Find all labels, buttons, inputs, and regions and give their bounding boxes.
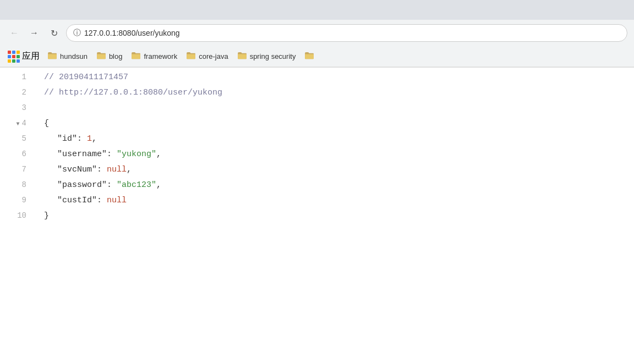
address-text: 127.0.0.1:8080/user/yukong [84,29,180,37]
bookmark-core-java[interactable]: core-java [182,49,232,63]
title-bar [0,0,634,20]
bookmark-blog-label: blog [109,52,123,60]
code-comment-2: // http://127.0.0.1:8080/user/yukong [44,86,222,100]
code-comma-5: , [92,132,97,146]
code-colon-5: : [77,132,87,146]
code-comment-1: // 20190411171457 [44,70,128,85]
code-colon-6: : [107,147,117,162]
code-empty-3 [44,101,49,115]
code-line-6: "username" : "yukong" , [44,147,634,162]
apps-grid-icon [8,51,20,63]
security-icon: ⓘ [73,28,81,38]
code-comma-7: , [127,163,132,177]
code-line-4: { [44,116,634,131]
code-key-id: "id" [57,132,77,146]
code-key-password: "password" [57,178,107,192]
back-button[interactable]: ← [7,25,22,41]
line-num-4: ▼4 [0,116,33,131]
line-num-9: 9 [0,193,33,208]
content-area: 1 2 3 ▼4 5 6 7 8 9 10 // 20190411171457 … [0,68,634,364]
bookmark-core-java-label: core-java [199,52,228,60]
reload-button[interactable]: ↻ [46,25,62,41]
code-value-svcnum: null [107,163,127,177]
code-line-10: } [44,208,634,224]
bookmark-extra[interactable] [300,49,319,63]
folder-icon-core-java [186,52,196,61]
code-line-3 [44,101,634,116]
bookmarks-bar: 应用 hundsun blog [0,46,634,67]
bookmark-framework-label: framework [144,52,177,60]
code-colon-7: : [97,163,107,177]
code-key-svcnum: "svcNum" [57,163,97,177]
line-num-7: 7 [0,162,33,178]
code-brace-close: } [44,209,49,223]
code-line-8: "password" : "abc123" , [44,178,634,193]
code-value-password: "abc123" [117,178,156,192]
forward-button[interactable]: → [26,25,42,41]
collapse-triangle[interactable]: ▼ [17,119,20,129]
line-num-5: 5 [0,131,33,147]
code-colon-8: : [107,178,117,192]
folder-icon-spring-security [237,52,247,61]
bookmark-spring-security-label: spring security [250,52,296,60]
code-colon-9: : [97,194,107,208]
code-line-9: "custId" : null [44,193,634,208]
code-comma-6: , [156,147,161,162]
line-num-2: 2 [0,85,33,101]
code-comma-8: , [156,178,161,192]
code-value-username: "yukong" [117,147,156,162]
apps-label: 应用 [22,51,40,62]
bookmark-hundsun-label: hundsun [60,52,88,60]
folder-icon [47,52,57,61]
bookmark-hundsun[interactable]: hundsun [43,49,92,63]
code-value-id: 1 [87,132,92,146]
apps-button[interactable]: 应用 [4,48,43,65]
browser-chrome: ← → ↻ ⓘ 127.0.0.1:8080/user/yukong 应用 [0,0,634,68]
code-value-custid: null [107,194,127,208]
bookmark-framework[interactable]: framework [127,49,182,63]
line-num-10: 10 [0,208,33,224]
folder-icon-extra [304,52,314,61]
line-num-1: 1 [0,70,33,85]
line-numbers: 1 2 3 ▼4 5 6 7 8 9 10 [0,68,37,364]
address-bar[interactable]: ⓘ 127.0.0.1:8080/user/yukong [66,24,627,42]
folder-icon-framework [131,52,141,61]
code-key-username: "username" [57,147,107,162]
code-line-7: "svcNum" : null , [44,162,634,178]
line-num-6: 6 [0,147,33,162]
bookmark-spring-security[interactable]: spring security [233,49,300,63]
code-content: // 20190411171457 // http://127.0.0.1:80… [37,68,634,364]
code-line-1: // 20190411171457 [44,70,634,85]
code-key-custid: "custId" [57,194,97,208]
bookmark-blog[interactable]: blog [92,49,127,63]
code-line-5: "id" : 1 , [44,131,634,147]
line-num-3: 3 [0,101,33,116]
nav-bar: ← → ↻ ⓘ 127.0.0.1:8080/user/yukong [0,20,634,46]
code-line-2: // http://127.0.0.1:8080/user/yukong [44,85,634,101]
folder-icon-blog [96,52,106,61]
code-brace-open: { [44,117,49,131]
line-num-8: 8 [0,178,33,193]
